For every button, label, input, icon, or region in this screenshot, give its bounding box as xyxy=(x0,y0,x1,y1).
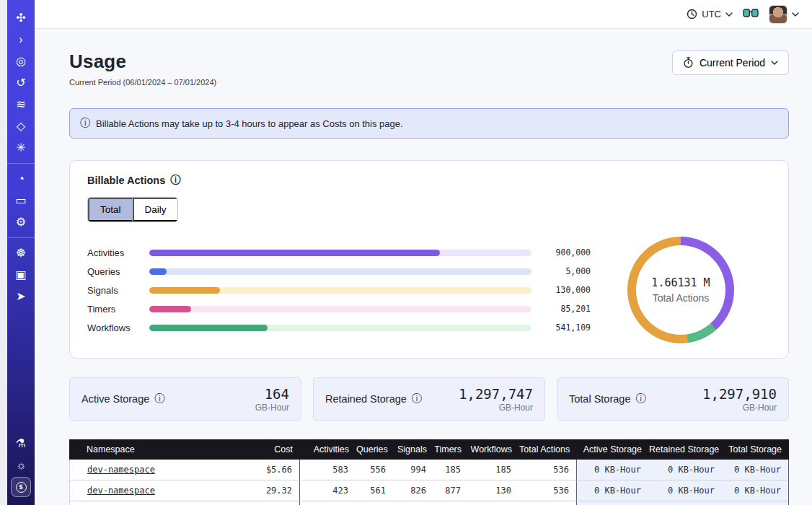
chevron-down-icon xyxy=(792,12,799,17)
column-header-total-storage[interactable]: Total Storage xyxy=(723,439,789,460)
bar-row: Signals130,000 xyxy=(87,281,591,299)
cell-total_actions: 130 xyxy=(518,501,576,505)
column-header-namespace[interactable]: Namespace xyxy=(69,439,234,460)
feedback-glasses-button[interactable] xyxy=(743,8,759,21)
bar-label: Queries xyxy=(87,266,149,277)
billable-tabs: TotalDaily xyxy=(87,197,178,222)
bar-label: Timers xyxy=(87,304,149,315)
storage-card-unit: GB-Hour xyxy=(459,403,533,413)
cell-namespace: dev-namespace xyxy=(70,480,233,501)
temporal-logo-icon[interactable]: ✣ xyxy=(11,8,31,28)
storage-summary-row: Active Storageⓘ164GB-HourRetained Storag… xyxy=(69,377,789,421)
collapse-chevron-icon[interactable]: › xyxy=(11,30,31,50)
getting-started-rocket-icon[interactable]: ➤ xyxy=(11,286,31,307)
table-header-row: NamespaceCostActivitiesQueriesSignalsTim… xyxy=(69,439,789,460)
storage-card: Active Storageⓘ164GB-Hour xyxy=(69,377,301,421)
bar-row: Timers85,201 xyxy=(87,299,591,318)
column-header-workflows[interactable]: Workflows xyxy=(469,439,519,460)
bar-track xyxy=(149,306,531,312)
deployments-cube-icon[interactable]: ◇ xyxy=(11,116,31,136)
docs-monitor-icon[interactable]: ▣ xyxy=(11,265,31,285)
bar-label: Activities xyxy=(87,247,149,258)
donut-total-value: 1.66131 M xyxy=(651,276,710,289)
cell-namespace: dev-namespace xyxy=(70,460,233,480)
billable-actions-title: Billable Actions xyxy=(87,175,165,186)
usage-gauge-icon[interactable]: ◔ xyxy=(11,169,31,189)
account-menu[interactable] xyxy=(769,5,799,24)
bar-fill xyxy=(149,325,268,331)
storage-card-label: Retained Storageⓘ xyxy=(325,392,422,405)
storage-card-unit: GB-Hour xyxy=(702,403,777,413)
main-content: Usage Current Period (06/01/2024 – 07/01… xyxy=(35,29,812,505)
storage-card-label: Active Storageⓘ xyxy=(81,392,164,405)
cell-activities: 423 xyxy=(299,480,356,501)
namespace-link[interactable]: dev-namespace xyxy=(87,486,155,496)
column-header-cost[interactable]: Cost xyxy=(234,439,300,460)
storage-card-title: Active Storage xyxy=(81,393,149,405)
pricing-coin-button[interactable]: $ xyxy=(11,477,31,497)
schedules-icon[interactable]: ↺ xyxy=(11,73,31,93)
cell-queries: 536 xyxy=(356,501,393,505)
table-row: dev-namespace$3.354925368838166001300 KB… xyxy=(70,501,788,505)
cell-active_storage: 0 KB-Hour xyxy=(576,501,648,505)
column-header-queries[interactable]: Queries xyxy=(356,439,394,460)
table-row: dev-namespace29.324235618268771305360 KB… xyxy=(70,480,788,501)
bar-label: Signals xyxy=(87,285,149,296)
info-icon[interactable]: ⓘ xyxy=(170,174,180,187)
bar-track xyxy=(149,325,531,331)
nexus-asterisk-icon[interactable]: ✳ xyxy=(11,138,31,158)
column-header-timers[interactable]: Timers xyxy=(434,439,469,460)
chevron-down-icon xyxy=(725,12,733,17)
cell-active_storage: 0 KB-Hour xyxy=(576,460,648,480)
cell-total_storage: 0 KB-Hour xyxy=(722,501,788,505)
info-icon[interactable]: ⓘ xyxy=(154,392,164,405)
sidebar-divider xyxy=(7,237,35,238)
dollar-coin-icon: $ xyxy=(16,482,27,493)
bar-track xyxy=(149,287,531,294)
column-header-retained-storage[interactable]: Retained Storage xyxy=(649,439,723,460)
namespace-link[interactable]: dev-namespace xyxy=(87,465,155,475)
column-header-total-actions[interactable]: Total Actions xyxy=(519,439,577,460)
chevron-down-icon xyxy=(771,61,778,65)
cell-timers: 816 xyxy=(433,501,468,505)
bar-label: Workflows xyxy=(87,322,149,333)
bar-fill xyxy=(149,287,220,294)
bar-value: 900,000 xyxy=(531,247,591,258)
settings-gear-icon[interactable]: ⚙ xyxy=(11,212,31,232)
lab-flask-icon[interactable]: ⚗ xyxy=(11,434,31,454)
support-lifebuoy-icon[interactable]: ☸ xyxy=(11,243,31,263)
cell-activities: 492 xyxy=(299,501,356,505)
storage-card: Retained Storageⓘ1,297,747GB-Hour xyxy=(313,377,545,421)
column-header-signals[interactable]: Signals xyxy=(394,439,434,460)
cell-timers: 877 xyxy=(433,480,468,501)
stopwatch-icon xyxy=(683,57,694,69)
topbar: UTC xyxy=(35,0,812,29)
storage-card-title: Total Storage xyxy=(569,393,630,405)
storage-card-value: 1,297,910 xyxy=(702,386,777,402)
bar-value: 541,109 xyxy=(531,322,591,333)
period-dropdown-label: Current Period xyxy=(700,57,765,69)
layers-icon[interactable]: ≋ xyxy=(11,95,31,115)
total-actions-donut-chart: 1.66131 M Total Actions xyxy=(627,237,734,343)
timezone-selector[interactable]: UTC xyxy=(687,9,733,19)
theme-sun-icon[interactable]: ☼ xyxy=(11,455,31,475)
column-header-activities[interactable]: Activities xyxy=(300,439,356,460)
sidebar-divider xyxy=(7,163,35,164)
bar-value: 5,000 xyxy=(531,266,591,276)
cell-total_storage: 0 KB-Hour xyxy=(722,480,788,501)
info-icon[interactable]: ⓘ xyxy=(412,392,422,405)
info-icon[interactable]: ⓘ xyxy=(635,392,645,405)
tab-total[interactable]: Total xyxy=(88,198,133,221)
storage-card: Total Storageⓘ1,297,910GB-Hour xyxy=(557,377,789,421)
cell-total_actions: 536 xyxy=(518,480,576,501)
storage-card-title: Retained Storage xyxy=(325,393,407,405)
cell-retained_storage: 0 KB-Hour xyxy=(648,501,722,505)
cell-signals: 883 xyxy=(393,501,433,505)
tab-daily[interactable]: Daily xyxy=(133,198,177,221)
namespaces-icon[interactable]: ◎ xyxy=(11,51,31,71)
column-header-active-storage[interactable]: Active Storage xyxy=(577,439,649,460)
billing-card-icon[interactable]: ▭ xyxy=(11,190,31,211)
info-banner: ⓘ Billable Actions may take up to 3-4 ho… xyxy=(69,108,789,139)
page-title: Usage xyxy=(69,50,216,73)
period-dropdown-button[interactable]: Current Period xyxy=(672,50,789,75)
